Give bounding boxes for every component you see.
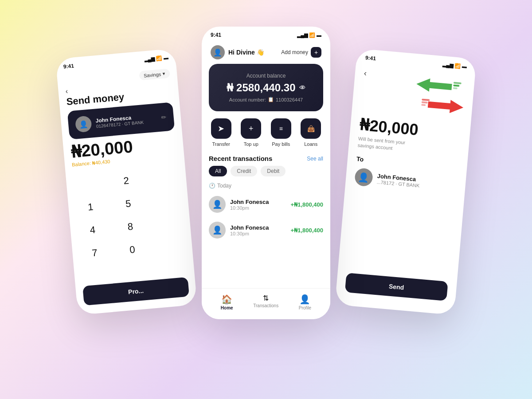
tx-time-1: 10:30pm	[230, 205, 286, 211]
key-2[interactable]: 2	[108, 169, 145, 193]
nav-profile[interactable]: 👤 Profile	[299, 294, 311, 310]
paybills-icon: ≡	[271, 118, 291, 139]
right-back-button[interactable]: ‹	[364, 69, 367, 78]
tx-info-1: John Fonesca 10:30pm	[230, 199, 286, 211]
send-amount: ₦20,000	[70, 137, 134, 162]
user-avatar: 👤	[211, 45, 225, 59]
key-0[interactable]: 0	[114, 238, 151, 262]
add-money-plus-icon: +	[311, 47, 321, 58]
center-phone: 9:41 ▂▄▆ 📶 ▬ 👤 Hi Divine 👋 Add money + A…	[202, 27, 330, 319]
contact-card[interactable]: 👤 John Fonesca 0126478172 · GT BANK ✏	[67, 102, 175, 139]
clock-icon: 🕐	[209, 183, 215, 189]
svg-rect-2	[453, 85, 459, 87]
topup-icon: +	[241, 118, 261, 139]
add-money-label: Add money	[281, 49, 308, 55]
action-buttons: ➤ Transfer + Top up ≡ Pay bills 👜 Loans	[202, 111, 330, 150]
transaction-row-1[interactable]: 👤 John Fonesca 10:30pm +₦1,800,400	[202, 192, 330, 217]
edit-icon[interactable]: ✏	[161, 113, 167, 121]
filter-tabs: All Credit Debit	[202, 166, 330, 181]
right-contact-card: 👤 John Fonesca ...78172 · GT BANK	[354, 168, 421, 191]
right-subtitle: Will be sent from yoursavings account	[357, 135, 406, 153]
savings-dropdown[interactable]: Savings ▾	[139, 69, 170, 81]
left-status-icons: ▂▄▆ 📶 ▬	[144, 55, 169, 63]
svg-marker-0	[416, 77, 452, 94]
contact-avatar: 👤	[75, 115, 92, 133]
svg-rect-1	[454, 82, 462, 85]
transactions-header: Recent transactions See all	[202, 150, 330, 166]
home-icon: 🏠	[221, 294, 232, 305]
key-3[interactable]	[145, 166, 182, 189]
svg-rect-5	[422, 98, 430, 101]
left-time: 9:41	[63, 63, 74, 70]
key-5[interactable]: 5	[110, 192, 147, 215]
right-contact-info: John Fonesca ...78172 · GT BANK	[376, 172, 420, 188]
tx-amount-1: +₦1,800,400	[291, 201, 323, 208]
right-phone: 9:41 ▂▄▆ 📶 ▬ ‹	[335, 48, 477, 315]
loans-label: Loans	[304, 141, 317, 147]
nav-home-label: Home	[221, 305, 233, 310]
center-time: 9:41	[211, 32, 221, 38]
account-number-value: 1100326447	[276, 97, 303, 102]
transfer-arrows-illustration	[414, 75, 466, 119]
key-7[interactable]: 4	[74, 219, 111, 242]
copy-icon[interactable]: 📋	[268, 97, 274, 102]
transaction-row-2[interactable]: 👤 John Fonesca 10:30pm +₦1,800,400	[202, 217, 330, 243]
tx-name-2: John Fonesca	[230, 224, 286, 231]
tx-time-2: 10:30pm	[230, 231, 286, 236]
right-send-amount: ₦20,000	[359, 116, 419, 139]
tx-avatar-1: 👤	[209, 196, 226, 213]
battery-icon: ▬	[317, 32, 321, 38]
battery-icon: ▬	[163, 55, 168, 61]
center-header: 👤 Hi Divine 👋 Add money +	[202, 42, 330, 64]
proceed-button[interactable]: Pro...	[82, 277, 189, 306]
right-status-bar: 9:41 ▂▄▆ 📶 ▬	[356, 48, 477, 74]
chevron-down-icon: ▾	[163, 70, 166, 76]
svg-rect-6	[422, 101, 428, 103]
left-back-button[interactable]: ‹	[65, 87, 68, 95]
signal-icon: ▂▄▆	[442, 62, 454, 68]
nav-profile-label: Profile	[299, 305, 311, 310]
greeting-section: 👤 Hi Divine 👋	[211, 45, 264, 59]
profile-icon: 👤	[299, 294, 310, 305]
tx-amount-2: +₦1,800,400	[291, 227, 323, 234]
filter-debit[interactable]: Debit	[261, 166, 286, 176]
today-label: 🕐 Today	[202, 181, 330, 192]
loans-button[interactable]: 👜 Loans	[301, 118, 321, 147]
wifi-icon: 📶	[454, 63, 461, 69]
paybills-label: Pay bills	[272, 141, 290, 147]
key-9[interactable]	[149, 212, 186, 235]
center-status-bar: 9:41 ▂▄▆ 📶 ▬	[202, 27, 330, 42]
wifi-icon: 📶	[156, 55, 162, 61]
signal-icon: ▂▄▆	[144, 56, 155, 63]
greeting-text: Hi Divine 👋	[228, 49, 264, 56]
key-1[interactable]	[70, 172, 107, 196]
key-4[interactable]: 1	[72, 196, 109, 219]
send-button[interactable]: Send	[345, 273, 448, 301]
bottom-nav: 🏠 Home ⇅ Transactions 👤 Profile	[202, 288, 330, 319]
transfer-button[interactable]: ➤ Transfer	[211, 118, 231, 147]
left-phone: 9:41 ▂▄▆ 📶 ▬ Savings ▾ ‹ Send money 👤 Jo…	[55, 48, 197, 315]
key-hash[interactable]	[152, 235, 188, 258]
add-money-button[interactable]: Add money +	[281, 47, 321, 58]
paybills-button[interactable]: ≡ Pay bills	[271, 118, 291, 147]
wifi-icon: 📶	[309, 32, 315, 38]
nav-transactions[interactable]: ⇅ Transactions	[253, 294, 278, 310]
right-contact-avatar: 👤	[354, 168, 373, 187]
contact-info: John Fonesca 0126478172 · GT BANK	[95, 112, 157, 129]
svg-rect-7	[421, 104, 426, 106]
key-star[interactable]: 7	[76, 241, 113, 265]
loans-icon: 👜	[301, 118, 321, 139]
key-8[interactable]: 8	[112, 215, 149, 239]
transactions-title: Recent transactions	[209, 155, 272, 162]
tx-avatar-2: 👤	[209, 222, 226, 239]
topup-button[interactable]: + Top up	[241, 118, 261, 147]
eye-icon[interactable]: 👁	[299, 84, 305, 91]
see-all-button[interactable]: See all	[307, 156, 323, 162]
filter-credit[interactable]: Credit	[231, 166, 257, 176]
balance-amount: ₦ 2580,440.30 👁	[218, 82, 314, 94]
balance-card: Account balance ₦ 2580,440.30 👁 Account …	[209, 64, 323, 111]
nav-home[interactable]: 🏠 Home	[221, 294, 233, 310]
right-to-label: To	[356, 155, 364, 163]
filter-all[interactable]: All	[209, 166, 227, 176]
key-6[interactable]	[148, 189, 184, 212]
